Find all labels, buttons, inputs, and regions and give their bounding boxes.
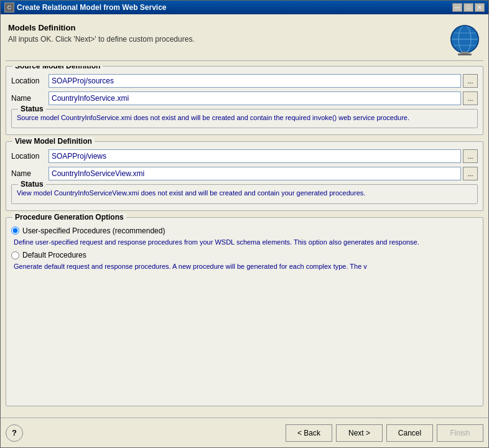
view-status-box: Status View model CountryInfoServiceView…: [11, 184, 478, 203]
default-procedures-radio[interactable]: [11, 251, 19, 259]
page-subtitle: All inputs OK. Click 'Next>' to define c…: [8, 35, 195, 44]
finish-button[interactable]: Finish: [437, 424, 483, 442]
source-location-label: Location: [11, 77, 49, 85]
view-model-legend: View Model Definition: [12, 137, 95, 146]
back-button[interactable]: < Back: [286, 424, 332, 442]
source-location-row: Location ...: [11, 74, 478, 88]
view-status-legend: Status: [18, 180, 46, 189]
window-icon: C: [4, 2, 14, 12]
view-name-label: Name: [11, 169, 49, 178]
window: C Create Relational Model from Web Servi…: [0, 0, 489, 448]
minimize-button[interactable]: —: [452, 3, 462, 12]
source-status-box: Status Source model CountryInfoService.x…: [11, 109, 478, 128]
header-text: Models Definition All inputs OK. Click '…: [8, 23, 195, 44]
source-name-row: Name ...: [11, 91, 478, 105]
user-specified-radio[interactable]: [11, 226, 19, 235]
user-specified-label[interactable]: User-specified Procedures (recommended): [22, 226, 165, 235]
maximize-button[interactable]: □: [463, 3, 473, 12]
user-specified-desc: Define user-specified request and respon…: [14, 238, 478, 247]
procedure-generation-section: Procedure Generation Options User-specif…: [6, 217, 483, 406]
footer-buttons: < Back Next > Cancel Finish: [286, 424, 483, 442]
view-location-input[interactable]: [49, 149, 461, 163]
sections-wrapper: Source Model Definition Location ... Nam…: [6, 66, 483, 413]
globe-icon: [449, 23, 481, 55]
view-model-section: View Model Definition Location ... Name …: [6, 141, 483, 210]
cancel-button[interactable]: Cancel: [386, 424, 433, 442]
view-name-browse-button[interactable]: ...: [463, 167, 478, 180]
page-title: Models Definition: [8, 23, 195, 32]
view-location-row: Location ...: [11, 149, 478, 163]
source-status-legend: Status: [18, 105, 46, 113]
title-bar-left: C Create Relational Model from Web Servi…: [4, 2, 167, 12]
content-area: Models Definition All inputs OK. Click '…: [1, 14, 488, 418]
default-procedures-desc: Generate default request and response pr…: [14, 262, 478, 271]
header-section: Models Definition All inputs OK. Click '…: [6, 19, 483, 61]
source-model-section: Source Model Definition Location ... Nam…: [6, 66, 483, 135]
source-status-text: Source model CountryInfoService.xmi does…: [17, 113, 472, 123]
user-specified-radio-row: User-specified Procedures (recommended): [11, 226, 478, 235]
view-name-input[interactable]: [49, 167, 461, 180]
view-location-browse-button[interactable]: ...: [463, 149, 478, 163]
procedure-legend: Procedure Generation Options: [12, 213, 126, 222]
window-icon-label: C: [7, 4, 12, 11]
source-location-browse-button[interactable]: ...: [463, 74, 478, 88]
view-name-row: Name ...: [11, 167, 478, 180]
source-name-label: Name: [11, 94, 49, 103]
title-bar-buttons: — □ ✕: [452, 3, 485, 12]
close-button[interactable]: ✕: [475, 3, 485, 12]
source-location-input[interactable]: [49, 74, 461, 88]
svg-rect-7: [458, 54, 472, 55]
default-procedures-label[interactable]: Default Procedures: [22, 251, 86, 259]
default-procedures-radio-row: Default Procedures: [11, 251, 478, 259]
source-model-legend: Source Model Definition: [12, 66, 103, 70]
source-name-browse-button[interactable]: ...: [463, 91, 478, 105]
window-title: Create Relational Model from Web Service: [17, 3, 167, 12]
next-button[interactable]: Next >: [336, 424, 383, 442]
source-name-input[interactable]: [49, 91, 461, 105]
title-bar: C Create Relational Model from Web Servi…: [1, 1, 488, 14]
view-location-label: Location: [11, 152, 49, 161]
svg-rect-6: [461, 52, 468, 54]
footer: ? < Back Next > Cancel Finish: [1, 418, 488, 447]
help-button[interactable]: ?: [6, 424, 23, 442]
view-status-text: View model CountryInfoServiceView.xmi do…: [17, 189, 472, 198]
